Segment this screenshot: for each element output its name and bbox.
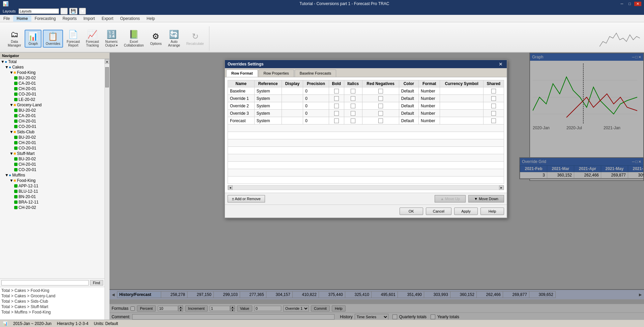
- cell-baseline-bold[interactable]: [329, 87, 344, 95]
- nav-item-grocery-land[interactable]: ▼ ■ Grocery-Land: [0, 102, 105, 108]
- nav-item-ch2001-sm[interactable]: CH-20-01: [0, 162, 105, 167]
- breadcrumb-3[interactable]: Total > Cakes > Sids-Club: [1, 299, 104, 304]
- nav-item-total[interactable]: ▼ ● Total: [0, 59, 105, 64]
- nav-item-ch2002[interactable]: CH-20-02: [0, 205, 105, 210]
- dialog-help-button[interactable]: Help: [480, 208, 504, 215]
- dialog-horizontal-scrollbar[interactable]: ◄ ►: [228, 185, 504, 190]
- cancel-button[interactable]: Cancel: [426, 208, 451, 215]
- cell-baseline-italics[interactable]: [344, 87, 362, 95]
- table-row-forecast[interactable]: Forecast System 0 Default Number: [228, 117, 504, 125]
- nav-item-bu2002-gl[interactable]: BU-20-02: [0, 108, 105, 113]
- ribbon-recalculate[interactable]: ↻ Recalculate: [184, 30, 206, 47]
- cell-override3-italics[interactable]: [344, 110, 362, 117]
- ribbon-overrides[interactable]: 📋 Overrides: [43, 30, 63, 48]
- ribbon-graph[interactable]: 📊 Graph: [25, 30, 41, 48]
- menu-help[interactable]: Help: [143, 16, 158, 22]
- ribbon-auto-arrange[interactable]: 🔄 AutoArrange: [166, 28, 182, 49]
- nav-item-blu1211[interactable]: BLU-12-11: [0, 189, 105, 194]
- dialog-scroll-left[interactable]: ◄: [228, 185, 233, 190]
- dialog-scroll-track[interactable]: [233, 186, 499, 190]
- ribbon-forecast-report[interactable]: 📄 ForecastReport: [64, 28, 82, 49]
- nav-item-food-king-cakes[interactable]: ▼ ■ Food-King: [0, 70, 105, 75]
- nav-item-cakes[interactable]: ▼ ● Cakes: [0, 64, 105, 70]
- nav-item-ca2001-gl[interactable]: CA-20-01: [0, 113, 105, 118]
- cell-forecast-red-neg[interactable]: [362, 117, 399, 125]
- maximize-btn[interactable]: □: [626, 2, 633, 6]
- nav-item-bra1211[interactable]: BRA-12-11: [0, 199, 105, 205]
- dialog-close-button[interactable]: ✕: [497, 61, 504, 67]
- cell-override2-italics[interactable]: [344, 102, 362, 110]
- cell-forecast-italics[interactable]: [344, 117, 362, 125]
- menu-forecasting[interactable]: Forecasting: [31, 16, 59, 22]
- nav-item-bu2002-sm[interactable]: BU-20-02: [0, 156, 105, 162]
- cell-override2-shared[interactable]: [483, 102, 504, 110]
- move-up-button[interactable]: ▲ Move Up: [435, 195, 466, 202]
- nav-item-ca2001-fk[interactable]: CA-20-01: [0, 81, 105, 86]
- cell-forecast-bold[interactable]: [329, 117, 344, 125]
- nav-item-bu2002-fk[interactable]: BU-20-02: [0, 75, 105, 81]
- move-down-button[interactable]: ▼ Move Down: [468, 195, 504, 202]
- ribbon-options[interactable]: ⚙ Options: [147, 30, 164, 47]
- dialog-tab-row-properties[interactable]: Row Properties: [259, 70, 294, 77]
- qat-icon2[interactable]: 💾: [69, 8, 78, 15]
- nav-item-ch2001-fk[interactable]: CH-20-01: [0, 86, 105, 91]
- nav-scrollbar[interactable]: [105, 64, 109, 322]
- nav-item-co2001-sc[interactable]: CO-20-01: [0, 145, 105, 151]
- nav-item-co2001-gl[interactable]: CO-20-01: [0, 124, 105, 129]
- cell-forecast-shared[interactable]: [483, 117, 504, 125]
- ribbon-excel-collab[interactable]: 📗 ExcelCollaboration: [121, 28, 146, 49]
- cell-override1-bold[interactable]: [329, 95, 344, 102]
- dialog-tab-baseline-forecasts[interactable]: Baseline Forecasts: [295, 70, 336, 77]
- cell-override1-italics[interactable]: [344, 95, 362, 102]
- cell-override3-red-neg[interactable]: [362, 110, 399, 117]
- nav-item-stuff-mart[interactable]: ▼ ■ Stuff-Mart: [0, 151, 105, 156]
- menu-import[interactable]: Import: [80, 16, 98, 22]
- cell-override1-shared[interactable]: [483, 95, 504, 102]
- nav-item-bu2002-sc[interactable]: BU-20-02: [0, 135, 105, 140]
- menu-reports[interactable]: Reports: [59, 16, 80, 22]
- breadcrumb-4[interactable]: Total > Cakes > Stuff-Mart: [1, 304, 104, 309]
- ok-button[interactable]: OK: [400, 208, 423, 215]
- cell-override1-red-neg[interactable]: [362, 95, 399, 102]
- menu-home[interactable]: Home: [13, 16, 31, 22]
- nav-find-button[interactable]: Find: [90, 280, 103, 285]
- menu-operations[interactable]: Operations: [117, 16, 143, 22]
- cell-override3-shared[interactable]: [483, 110, 504, 117]
- table-row-override3[interactable]: Override 3 System 0 Default Number: [228, 110, 504, 117]
- cell-baseline-red-neg[interactable]: [362, 87, 399, 95]
- cell-override2-bold[interactable]: [329, 102, 344, 110]
- nav-item-le2002-fk[interactable]: LE-20-02: [0, 97, 105, 102]
- nav-item-food-king-muffins[interactable]: ▼ ■ Food-King: [0, 178, 105, 183]
- nav-item-ch2001-sc[interactable]: CH-20-01: [0, 140, 105, 145]
- table-row-baseline[interactable]: Baseline System 0 Default Number: [228, 87, 504, 95]
- apply-button[interactable]: Apply: [454, 208, 478, 215]
- qat-arrow[interactable]: ▼: [79, 8, 86, 15]
- minimize-btn[interactable]: ─: [619, 2, 625, 6]
- add-remove-button[interactable]: ± Add or Remove: [228, 195, 265, 202]
- close-btn[interactable]: ✕: [634, 2, 641, 6]
- cell-override3-bold[interactable]: [329, 110, 344, 117]
- menu-file[interactable]: File: [0, 16, 13, 22]
- menu-export[interactable]: Export: [98, 16, 117, 22]
- breadcrumb-2[interactable]: Total > Cakes > Grocery-Land: [1, 293, 104, 299]
- nav-item-muffins[interactable]: ▼ ● Muffins: [0, 172, 105, 178]
- breadcrumb-5[interactable]: Total > Muffins > Food-King: [1, 309, 104, 315]
- nav-search-input[interactable]: [1, 280, 89, 285]
- table-row-override2[interactable]: Override 2 System 0 Default Number: [228, 102, 504, 110]
- layouts-dropdown[interactable]: [19, 8, 59, 14]
- breadcrumb-1[interactable]: Total > Cakes > Food-King: [1, 288, 104, 293]
- dialog-tab-row-format[interactable]: Row Format: [226, 70, 258, 77]
- cell-override2-red-neg[interactable]: [362, 102, 399, 110]
- nav-scroll-thumb[interactable]: [105, 67, 109, 87]
- ribbon-numeric-output[interactable]: 🔢 NumericOutput ▾: [103, 28, 120, 49]
- ribbon-data-manager[interactable]: 🗂 DataManager: [5, 28, 23, 49]
- nav-item-co2001-sm[interactable]: CO-20-01: [0, 167, 105, 172]
- nav-item-app1211[interactable]: APP-12-11: [0, 183, 105, 189]
- nav-item-bn2001[interactable]: BN-20-01: [0, 194, 105, 199]
- nav-item-sids-club[interactable]: ▼ ■ Sids-Club: [0, 129, 105, 135]
- table-row-override1[interactable]: Override 1 System 0 Default Number: [228, 95, 504, 102]
- nav-item-ch2001-gl[interactable]: CH-20-01: [0, 118, 105, 124]
- cell-baseline-shared[interactable]: [483, 87, 504, 95]
- nav-item-co2001-fk[interactable]: CO-20-01: [0, 91, 105, 97]
- dialog-scroll-right[interactable]: ►: [499, 185, 504, 190]
